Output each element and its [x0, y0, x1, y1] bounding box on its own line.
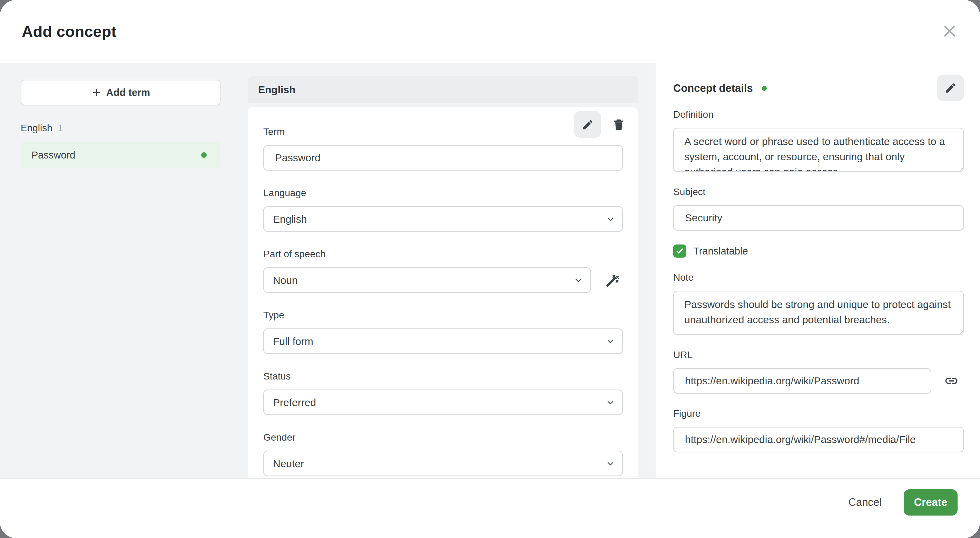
create-button[interactable]: Create [904, 489, 958, 516]
link-icon [944, 374, 959, 388]
pencil-icon [581, 118, 594, 131]
add-term-button[interactable]: Add term [21, 80, 221, 105]
magic-wand-icon [604, 272, 620, 288]
type-field-label: Type [263, 310, 623, 321]
translatable-label: Translatable [693, 246, 748, 257]
gender-select[interactable]: Neuter [263, 451, 623, 476]
url-row [673, 361, 964, 394]
note-label: Note [673, 272, 964, 283]
subject-label: Subject [673, 187, 964, 198]
plus-icon [91, 87, 102, 98]
figure-input[interactable] [673, 427, 964, 452]
pos-select-wrap: Noun [263, 267, 591, 293]
language-select-wrap: English [263, 206, 623, 232]
gender-field-label: Gender [263, 432, 623, 443]
term-sidebar: Add term English 1 Password [0, 63, 248, 478]
dialog-body: Add term English 1 Password English [0, 63, 980, 478]
language-group-count: 1 [58, 123, 63, 134]
dialog-header: Add concept [0, 0, 980, 63]
dialog-footer: Cancel Create [0, 478, 980, 538]
pos-row: Noun [263, 260, 623, 293]
term-field-label: Term [263, 126, 623, 137]
add-term-label: Add term [106, 87, 150, 98]
type-select[interactable]: Full form [263, 328, 623, 354]
open-link-button[interactable] [942, 371, 961, 391]
concept-status-dot [762, 86, 767, 91]
term-editor-section: English [248, 63, 655, 478]
concept-details-panel: Concept details Definition A secret word… [655, 63, 980, 478]
edit-term-button[interactable] [574, 111, 601, 138]
term-card: Term Language English Part of speech No [248, 107, 638, 478]
gender-select-wrap: Neuter [263, 451, 623, 476]
suggest-pos-button[interactable] [603, 270, 622, 290]
status-field-label: Status [263, 371, 623, 382]
add-concept-dialog: Add concept Add term English [0, 0, 980, 538]
language-group-name: English [21, 123, 52, 134]
translatable-row: Translatable [673, 244, 964, 258]
status-select[interactable]: Preferred [263, 390, 623, 415]
term-language-header: English [248, 76, 638, 103]
delete-term-button[interactable] [609, 115, 628, 134]
term-language-header-label: English [258, 84, 295, 96]
status-select-wrap: Preferred [263, 390, 623, 415]
pos-select[interactable]: Noun [263, 267, 591, 293]
language-select[interactable]: English [263, 206, 623, 232]
edit-concept-button[interactable] [937, 75, 964, 101]
language-field-label: Language [263, 187, 623, 198]
url-input[interactable] [673, 368, 931, 394]
url-label: URL [673, 350, 964, 361]
type-select-wrap: Full form [263, 328, 623, 354]
concept-details-heading-row: Concept details [673, 82, 964, 94]
term-item-label: Password [32, 150, 201, 161]
close-icon [942, 23, 958, 39]
check-icon [675, 247, 684, 255]
note-textarea[interactable]: Passwords should be strong and unique to… [673, 291, 964, 335]
figure-label: Figure [673, 408, 964, 419]
concept-details-heading: Concept details [673, 82, 753, 94]
language-group-header: English 1 [21, 123, 221, 134]
translatable-checkbox[interactable] [673, 244, 686, 258]
trash-icon [612, 118, 625, 132]
term-card-actions [574, 111, 628, 138]
close-button[interactable] [940, 21, 959, 41]
definition-textarea[interactable]: A secret word or phrase used to authenti… [673, 128, 964, 172]
pos-field-label: Part of speech [263, 249, 623, 260]
subject-input[interactable] [673, 205, 964, 231]
term-status-dot [201, 152, 207, 158]
cancel-button[interactable]: Cancel [845, 489, 885, 516]
term-list-item[interactable]: Password [21, 142, 221, 168]
pencil-icon [945, 82, 957, 94]
dialog-title: Add concept [22, 23, 117, 41]
term-input[interactable] [263, 145, 623, 171]
definition-label: Definition [673, 109, 964, 120]
